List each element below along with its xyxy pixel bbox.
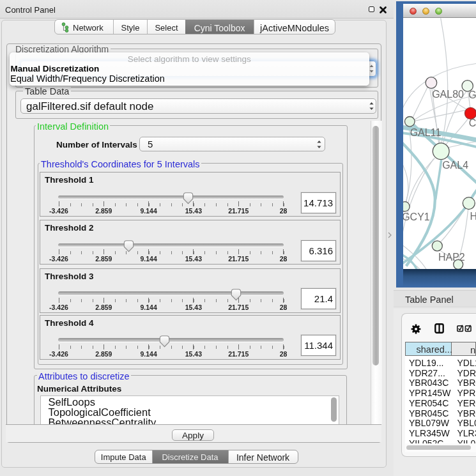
svg-text:GAL80: GAL80	[432, 89, 464, 100]
svg-text:HAP2: HAP2	[438, 251, 465, 262]
svg-text:GAL11: GAL11	[410, 127, 441, 137]
svg-text:H: H	[470, 210, 476, 221]
svg-text:C: C	[469, 117, 476, 128]
svg-text:GA: GA	[468, 89, 475, 100]
svg-text:GCY1: GCY1	[403, 211, 430, 222]
svg-text:GAL4: GAL4	[442, 159, 468, 170]
